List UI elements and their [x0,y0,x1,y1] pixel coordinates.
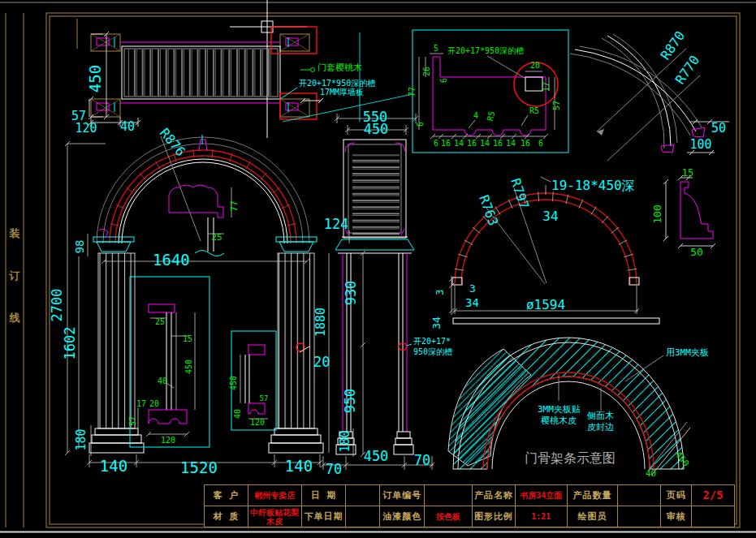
binding-char-3: 线 [9,312,20,324]
detail-dim-20: 20 [530,61,540,70]
detail-dim-17: 17 [542,82,551,92]
sec1-dim-120: 120 [161,436,175,445]
tb-value-page: 2/5 [692,485,734,506]
col-note-line2: 950深的槽 [413,347,452,356]
tb-label-product-name: 产品名称 [473,485,516,506]
dim-moulding-100: 100 [651,204,663,223]
note-19-18-450: 19-18*450深 [551,178,635,193]
jamb-section-box-1: 25 15 450 40 17 20 57 120 [128,277,210,447]
detail-dim-6: 6 [439,78,448,83]
arc-plan-labels: R797 R763 19-18*450深 34 3 3 34 34 ø1594 [430,176,635,329]
binding-strip-label: 装 订 线 [9,227,21,324]
detail-bd0: 6 [434,139,438,148]
tb-value-product-qty [618,485,661,506]
dim-arch-20: 20 [313,354,330,370]
dim-plan-34c: 34 [465,296,479,309]
tb-label-date: 日 期 [302,485,347,506]
dim-col-450b: 450 [364,448,389,464]
dim-arch-1602: 1602 [62,327,78,360]
sec1-dim-15: 15 [183,334,192,343]
tb-value-scale: 1:21 [516,506,568,527]
dim-plan-3a: 3 [434,289,446,295]
dim-arch-1520: 1520 [180,458,218,476]
dim-arch-2700: 2700 [49,289,65,322]
detail-bd1: 16 [441,139,451,148]
detail-dim-57: 57 [552,101,561,110]
note-3mm-plywood-veneer-1: 3MM夹板贴 [538,404,581,415]
dim-col-70-right: 70 [414,452,430,468]
detail-bd6: 14 [506,139,516,148]
dim-col-124: 124 [324,216,349,232]
label-R876: R876 [157,125,188,159]
sec2-dim-450: 450 [229,376,238,390]
detail-dim-5: 5 [434,44,438,53]
cad-application-window: { "colors": {"cyan":"#00ffff","magenta":… [0,0,756,538]
tb-value-order-number [425,485,473,506]
note-groove: 开20+17*950深的槽 [299,79,375,88]
dim-arch-140-left: 140 [100,457,127,475]
dim-col-950: 950 [342,389,358,414]
detail-dim-r5: R5 [529,106,539,115]
dim-arch-180: 180 [74,428,89,450]
tb-value-paint-color: 按色板 [425,506,473,527]
title-block-row-2: 材 质 中纤板贴花梨木皮 下单日期 油漆颜色 按色板 图形比例 1:21 绘图员… [205,506,734,527]
tb-value-order-date [346,506,380,527]
tb-label-product-qty: 产品数量 [568,485,619,506]
tb-value-reviewer [692,506,734,527]
tb-label-customer: 客 户 [205,485,248,506]
dim-arch-25: 25 [211,232,222,243]
dim-plan-3b: 3 [469,282,476,295]
label-R870: R870 [658,28,689,62]
note-side-veneer-1: 侧面木 [586,411,614,421]
sec2-dim-57: 57 [260,394,269,402]
title-block: 客 户 郴州专卖店 日 期 订单编号 产品名称 书房34立面 产品数量 页码 2… [204,484,735,527]
detail-bd3: 16 [467,139,477,148]
moulding-profile: 15 100 50 [651,167,715,258]
note-use-3mm-plywood: 用3MM夹板 [666,347,709,358]
sketch-title: 门骨架条示意图 [525,450,616,466]
tb-label-page: 页码 [661,485,692,506]
sec1-dim-450: 450 [184,359,193,374]
tb-value-draftsman [618,506,661,527]
detail-note: 开20+17*950深的槽 [447,46,524,55]
dim-plan-dia1594: ø1594 [526,297,565,312]
detail-dim-r5b: R5 [486,110,497,122]
tb-value-customer: 郴州专卖店 [248,485,302,506]
dim-arch-140-right: 140 [285,457,313,475]
tb-value-product-name: 书房34立面 [516,485,568,506]
dim-lintel-120: 120 [75,121,97,136]
binding-char-2: 订 [9,269,20,282]
tb-value-material: 中纤板贴花梨木皮 [248,506,302,527]
jamb-section-box-2: 450 57 40 120 [229,331,276,430]
dim-plan-34b: 34 [430,316,443,329]
tb-value-date [346,485,380,506]
sec2-dim-40: 40 [233,409,242,419]
middle-column-view [321,114,434,470]
cad-canvas: 装 订 线 [0,0,756,538]
dim-col-1880: 1880 [313,308,328,337]
sec2-dim-120: 120 [250,418,265,427]
tb-label-paint-color: 油漆颜色 [380,506,425,527]
dim-col-450: 450 [364,121,389,137]
detail-dim-6b: 6 [416,122,425,127]
dim-arch-1640: 1640 [153,251,190,269]
dim-moulding-15: 15 [682,167,693,179]
sec1-dim-25: 25 [155,317,165,326]
col-note-line1: 开20+17* [413,337,451,346]
dim-plan-34: 34 [542,209,558,224]
dim-arch-98: 98 [73,240,86,254]
sec1-dim-20: 20 [149,399,159,408]
tb-label-material: 材 质 [205,506,248,527]
groove-detail-dimensions: 开20+17*950深的槽 5 26 6 77 6 20 17 57 4 R5 … [408,44,561,148]
label-R763: R763 [476,193,501,228]
dim-col-70-left: 70 [326,461,342,477]
detail-dim-26: 26 [422,67,431,76]
detail-bd7: 16 [521,139,530,148]
dim-col-930: 930 [343,281,359,306]
note-side-veneer-2: 皮封边 [587,422,614,433]
binding-char-1: 装 [9,227,21,239]
detail-dim-77: 77 [408,87,417,97]
arch-elevation [65,135,323,467]
dim-lintel-450: 450 [86,65,104,93]
dim-corner-100: 100 [689,137,711,152]
